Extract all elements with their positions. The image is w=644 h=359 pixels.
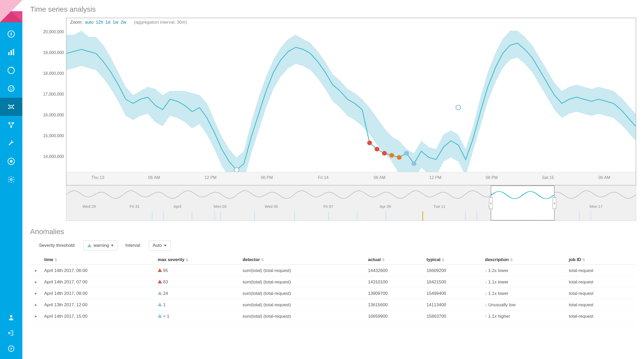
chart-plot[interactable] — [67, 26, 636, 172]
svg-point-35 — [367, 141, 372, 145]
overview-tick: Tue 11 — [433, 204, 445, 209]
nav-collapse-icon[interactable] — [0, 341, 22, 356]
nav-discover[interactable] — [0, 25, 22, 43]
nav-management[interactable] — [0, 170, 22, 189]
kibana-logo[interactable] — [0, 0, 22, 22]
cell-severity: 83 — [155, 277, 239, 288]
x-tick: Sat 15 — [542, 175, 554, 180]
cell-job: total-request — [566, 300, 636, 310]
overview-brush[interactable]: ‹ › — [491, 185, 555, 221]
svg-point-39 — [397, 155, 402, 160]
x-tick: 06 PM — [261, 175, 273, 180]
overview-tick: April — [173, 204, 181, 209]
cell-job: total-request — [566, 311, 636, 322]
expand-row[interactable]: ▸ — [31, 277, 41, 288]
cell-typical: 16609200 — [424, 265, 482, 276]
severity-dropdown[interactable]: warning — [83, 241, 118, 250]
zoom-auto[interactable]: auto — [85, 20, 94, 25]
nav-ml[interactable] — [0, 98, 22, 116]
table-row: ▸April 14th 2017, 07:00 83sum(total) (to… — [31, 277, 636, 288]
caret-down-icon — [164, 245, 167, 247]
x-tick: 12 PM — [205, 175, 216, 180]
y-tick: 16,000,000 — [30, 113, 64, 134]
x-tick: 06 PM — [486, 175, 498, 180]
nav-devtools[interactable] — [0, 134, 22, 152]
cell-actual: 16659900 — [365, 311, 423, 322]
overview-marker — [214, 211, 215, 221]
overview-timeline[interactable]: Wed 29Fri 31AprilMon 03Wed 05Fri 07Apr 0… — [66, 185, 636, 221]
expand-row[interactable]: ▸ — [31, 311, 41, 322]
zoom-12h[interactable]: 12h — [96, 20, 103, 25]
svg-point-28 — [10, 160, 12, 163]
col-typical[interactable]: typical⇅ — [424, 255, 482, 265]
svg-point-9 — [8, 86, 14, 92]
cell-job: total-request — [566, 277, 636, 288]
nav-user-icon[interactable] — [0, 310, 22, 325]
nav-timelion[interactable] — [0, 79, 22, 98]
cell-typical: 15499400 — [424, 288, 482, 299]
nav-logout-icon[interactable] — [0, 325, 22, 341]
cell-severity: 95 — [155, 265, 239, 276]
cell-time: April 14th 2017, 08:00 — [42, 288, 155, 299]
expand-row[interactable]: ▸ — [31, 265, 41, 276]
svg-point-33 — [234, 168, 239, 172]
nav-dashboard[interactable] — [0, 61, 22, 79]
interval-label: Interval: — [125, 243, 141, 248]
nav-graph[interactable] — [0, 116, 22, 134]
cell-detector: sum(total) (total-request) — [240, 300, 365, 310]
svg-line-25 — [9, 123, 11, 127]
cell-detector: sum(total) (total-request) — [240, 265, 365, 276]
overview-marker — [590, 211, 591, 221]
x-tick: 06 AM — [148, 175, 160, 180]
cell-detector: sum(total) (total-request) — [240, 311, 365, 322]
col-max severity[interactable]: max severity⇅ — [155, 255, 239, 265]
svg-point-41 — [411, 161, 416, 166]
cell-detector: sum(total) (total-request) — [240, 288, 365, 299]
overview-marker — [465, 211, 466, 221]
severity-icon — [158, 314, 162, 318]
svg-point-16 — [13, 108, 14, 109]
cell-severity: 24 — [155, 288, 239, 299]
brush-handle-right[interactable]: › — [553, 197, 556, 209]
section-title: Time series analysis — [30, 5, 636, 14]
overview-tick: Mon 03 — [214, 204, 227, 209]
cell-time: April 13th 2017, 12:00 — [42, 300, 155, 310]
cell-time: April 14th 2017, 15:00 — [42, 311, 155, 322]
severity-icon — [158, 291, 162, 295]
cell-description: Unusually low — [482, 300, 566, 310]
zoom-1w[interactable]: 1w — [113, 20, 119, 25]
brush-handle-left[interactable]: ‹ — [489, 197, 493, 209]
overview-marker — [579, 211, 580, 221]
table-row: ▸April 14th 2017, 15:00 < 1sum(total) (t… — [31, 311, 636, 322]
svg-line-26 — [11, 123, 13, 127]
overview-marker — [328, 211, 329, 221]
svg-point-11 — [12, 88, 13, 89]
overview-marker — [220, 211, 221, 221]
overview-tick: Wed 05 — [265, 204, 278, 209]
zoom-controls: Zoom: auto 12h 1d 1w 2w — [70, 20, 126, 25]
zoom-2w[interactable]: 2w — [121, 20, 126, 25]
expand-row[interactable]: ▸ — [31, 288, 41, 299]
x-tick: 12 PM — [429, 175, 441, 180]
svg-rect-7 — [13, 49, 14, 55]
nav-visualize[interactable] — [0, 43, 22, 61]
expand-row[interactable]: ▸ — [31, 300, 41, 310]
nav-monitoring[interactable] — [0, 152, 22, 170]
interval-dropdown[interactable]: Auto — [149, 241, 170, 250]
col-detector[interactable]: detector⇅ — [240, 255, 365, 265]
y-tick: 15,000,000 — [30, 134, 64, 154]
col-actual[interactable]: actual⇅ — [365, 255, 423, 265]
zoom-1d[interactable]: 1d — [106, 20, 110, 25]
chart-header: Zoom: auto 12h 1d 1w 2w (aggregation int… — [67, 18, 636, 26]
col-job ID[interactable]: job ID⇅ — [566, 255, 636, 265]
cell-typical: 15863700 — [424, 311, 482, 322]
table-row: ▸April 13th 2017, 12:00 1sum(total) (tot… — [31, 300, 636, 310]
cell-typical: 16421500 — [424, 277, 482, 288]
y-tick: 17,000,000 — [30, 92, 64, 113]
overview-tick: Apr 09 — [379, 204, 391, 209]
cell-actual: 14432600 — [365, 265, 423, 276]
anomalies-table: time⇅max severity⇅detector⇅actual⇅typica… — [30, 255, 636, 322]
col-description[interactable]: description⇅ — [482, 255, 566, 265]
col-time[interactable]: time⇅ — [42, 255, 155, 265]
anomalies-title: Anomalies — [30, 228, 636, 236]
